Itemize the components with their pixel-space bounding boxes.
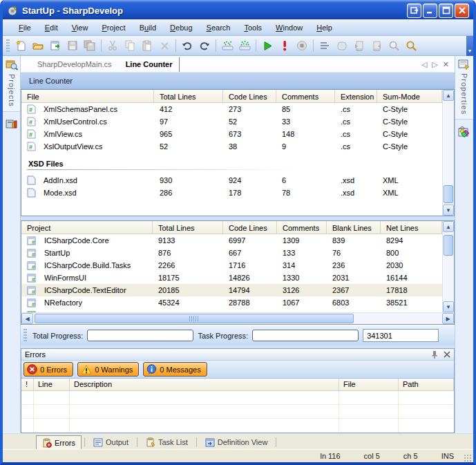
table-row[interactable]: Mode.xsd 28617878.xsdXML: [21, 187, 442, 199]
tab-line-counter[interactable]: Line Counter: [119, 57, 180, 72]
resize-grip[interactable]: [464, 454, 472, 462]
next-tab-button[interactable]: ▷: [432, 60, 437, 69]
scroll-up-button[interactable]: ▲: [443, 221, 454, 232]
scroll-down-button[interactable]: ▼: [443, 205, 454, 216]
status-char: ch 5: [403, 452, 418, 460]
table-row[interactable]: #XmlSchemasPanel.cs 41227385.csC-Style: [21, 103, 442, 115]
table-row[interactable]: #ICSharpCode.Build.Tasks 226617163142362…: [21, 259, 442, 272]
save-icon[interactable]: [64, 38, 81, 54]
errors-panel-title: Errors: [25, 350, 46, 359]
menu-item-search[interactable]: Search: [200, 21, 237, 34]
projects-table-scrollbar[interactable]: ▲ ▼: [442, 221, 454, 312]
copy-icon[interactable]: [122, 38, 138, 54]
properties-tool-tab[interactable]: Properties: [455, 56, 473, 120]
table-row[interactable]: #NRefactory 45324287881067680338521: [21, 296, 442, 309]
project-icon: #: [27, 249, 37, 258]
scroll-up-button[interactable]: ▲: [443, 90, 454, 101]
files-table-scrollbar[interactable]: ▲ ▼: [442, 90, 454, 216]
table-row[interactable]: #XmlUserControl.cs 975233.csC-Style: [21, 115, 442, 128]
tab-errors[interactable]: Errors: [36, 435, 82, 449]
errors-panel: Errors 0 Errors 0 Warnings: [21, 348, 455, 433]
scroll-right-button[interactable]: ▶: [442, 313, 454, 324]
delete-icon[interactable]: [156, 38, 173, 54]
table-row[interactable]: #WinFormsUI 18175148261330203116144: [21, 272, 442, 284]
files-table-header[interactable]: File Total Lines Code Lines Comments Ext…: [21, 90, 442, 103]
projects-table-hscrollbar[interactable]: ◀ ▶: [21, 312, 454, 324]
paste-icon[interactable]: [139, 38, 155, 54]
pin-icon[interactable]: [430, 350, 438, 359]
group-rule: [27, 169, 442, 170]
classes-tool-tab[interactable]: [6, 117, 18, 130]
tab-output[interactable]: Output: [88, 435, 134, 449]
table-row[interactable]: AddIn.xsd 9309246.xsdXML: [21, 174, 442, 187]
projects-table-header[interactable]: Project Total Lines Code Lines Comments …: [21, 221, 442, 234]
stop-icon[interactable]: [294, 38, 310, 54]
menu-item-project[interactable]: Project: [95, 21, 131, 34]
col-comments: Comments: [276, 90, 335, 103]
menu-item-edit[interactable]: Edit: [39, 21, 64, 34]
toolbox-tool-tab[interactable]: [458, 125, 471, 137]
tab-definition-view[interactable]: Definition View: [200, 435, 274, 449]
messages-filter-button[interactable]: 0 Messages: [143, 362, 207, 377]
rebuild-icon[interactable]: [236, 38, 253, 54]
menu-item-help[interactable]: Help: [310, 21, 339, 34]
projects-icon: [6, 59, 18, 70]
toolbox-icon: [458, 125, 471, 137]
tab-sharpdevelopmain-cs[interactable]: SharpDevelopMain.cs: [30, 57, 119, 72]
scroll-thumb[interactable]: [444, 235, 453, 256]
undock-button[interactable]: [407, 3, 421, 18]
progress-strip-grip[interactable]: [23, 329, 27, 343]
toolbar-grip[interactable]: [6, 39, 10, 52]
cut-icon[interactable]: [104, 38, 121, 54]
redo-icon[interactable]: [196, 38, 213, 54]
menu-item-tools[interactable]: Tools: [238, 21, 268, 34]
warnings-filter-button[interactable]: 0 Warnings: [77, 362, 139, 377]
scroll-left-button[interactable]: ◀: [21, 313, 33, 324]
menu-item-view[interactable]: View: [66, 21, 95, 34]
col-project: Project: [21, 221, 153, 234]
project-icon: #: [27, 298, 37, 307]
run-icon[interactable]: [259, 38, 276, 54]
run-without-debug-icon[interactable]: [276, 38, 293, 54]
close-document-button[interactable]: ✕: [443, 60, 449, 69]
titlebar[interactable]: StartUp - SharpDevelop: [3, 0, 473, 19]
open-form-arrow-icon[interactable]: [47, 38, 64, 54]
table-row[interactable]: #StartUp 87666713376800: [21, 247, 442, 259]
find-in-files-icon[interactable]: [385, 38, 402, 54]
toolbar-overflow-button[interactable]: ▾: [466, 36, 473, 56]
step-over-icon[interactable]: [368, 38, 385, 54]
menu-item-file[interactable]: File: [12, 21, 37, 34]
step-into-icon[interactable]: [351, 38, 368, 54]
new-file-icon[interactable]: [12, 38, 29, 54]
table-row[interactable]: #ICSharpCode.Core 9133699713098398294: [21, 234, 442, 247]
right-tool-strip: Properties: [455, 56, 473, 433]
prev-tab-button[interactable]: ◁: [421, 60, 427, 69]
project-icon: #: [27, 261, 37, 270]
save-all-icon[interactable]: [82, 38, 98, 54]
table-row[interactable]: #XslOutputView.cs 52389.csC-Style: [21, 140, 442, 153]
scroll-thumb[interactable]: [35, 314, 354, 323]
close-panel-icon[interactable]: [444, 351, 450, 358]
tab-task-list[interactable]: Task List: [140, 435, 193, 449]
breakpoint-icon[interactable]: [334, 38, 350, 54]
status-bar: ln 116 col 5 ch 5 INS: [3, 449, 473, 462]
menu-item-debug[interactable]: Debug: [164, 21, 198, 34]
errors-filter-button[interactable]: 0 Errors: [23, 362, 73, 377]
scroll-down-button[interactable]: ▼: [443, 301, 454, 312]
steps-icon[interactable]: [316, 38, 333, 54]
scroll-thumb[interactable]: [444, 185, 453, 203]
minimize-button[interactable]: [423, 3, 437, 18]
projects-tool-tab[interactable]: Projects: [3, 56, 20, 112]
close-button[interactable]: [455, 3, 469, 18]
search-icon[interactable]: [403, 38, 419, 54]
errors-table-header[interactable]: ! Line Description File Path: [21, 379, 454, 391]
maximize-button[interactable]: [439, 3, 453, 18]
table-row-highlighted[interactable]: #ICSharpCode.TextEditor 2018514794312623…: [21, 284, 442, 296]
menu-item-build[interactable]: Build: [133, 21, 162, 34]
open-folder-icon[interactable]: [30, 38, 46, 54]
group-header-xsd-files: XSD Files: [21, 153, 442, 169]
table-row[interactable]: #XmlView.cs 965673148.csC-Style: [21, 128, 442, 140]
undo-icon[interactable]: [179, 38, 196, 54]
menu-item-window[interactable]: Window: [269, 21, 309, 34]
build-icon[interactable]: [219, 38, 236, 54]
